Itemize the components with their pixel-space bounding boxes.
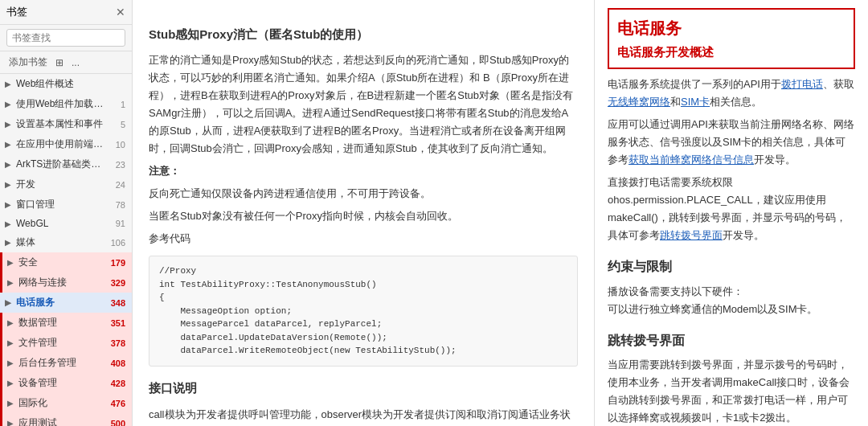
- right-para1-text1: 电话服务系统提供了一系列的API用于: [608, 78, 781, 90]
- right-link3[interactable]: SIM卡: [681, 96, 710, 108]
- arrow-icon-6: ▶: [5, 200, 13, 209]
- right-link2[interactable]: 无线蜂窝网络: [608, 96, 670, 108]
- expand-button[interactable]: ⊞: [53, 56, 66, 69]
- sidebar-item-label-4: ArkTS进阶基础类概述: [16, 158, 106, 171]
- arrow-icon-3: ▶: [5, 140, 13, 149]
- sidebar-item-1[interactable]: ▶使用Web组件加载页面1: [0, 94, 132, 114]
- sidebar-search-area: [0, 25, 132, 51]
- sidebar-search-input[interactable]: [6, 29, 125, 47]
- sidebar-toolbar: 添加书签 ⊞ ...: [0, 51, 132, 74]
- sidebar-item-count-4: 23: [109, 160, 125, 170]
- sidebar-item-label-6: 窗口管理: [16, 198, 106, 211]
- right-link1[interactable]: 拨打电话: [781, 78, 823, 90]
- arrow-icon-0: ▶: [5, 80, 13, 88]
- sidebar-item-count-10: 329: [109, 278, 125, 288]
- stub-heading: Stub感知Proxy消亡（匿名Stub的使用）: [149, 24, 578, 45]
- sidebar-item-8[interactable]: ▶媒体106: [0, 232, 132, 252]
- sidebar-item-label-9: 安全: [18, 256, 106, 269]
- constraint-text: 播放设备需要支持以下硬件：: [608, 283, 855, 301]
- arrow-icon-2: ▶: [5, 120, 13, 129]
- sidebar-item-count-9: 179: [109, 258, 125, 268]
- sidebar-item-12[interactable]: ▶数据管理351: [0, 313, 132, 333]
- sidebar-item-label-2: 设置基本属性和事件: [16, 117, 106, 131]
- more-options-button[interactable]: ...: [69, 56, 82, 69]
- sidebar-item-label-14: 后台任务管理: [18, 356, 106, 370]
- arrow-icon-16: ▶: [7, 399, 15, 408]
- sidebar-item-count-15: 428: [109, 379, 125, 388]
- right-para2: 应用可以通过调用API来获取当前注册网络名称、网络服务状态、信号强度以及SIM卡…: [608, 116, 855, 169]
- sidebar-item-3[interactable]: ▶在应用中使用前端页面JavaSc ript10: [0, 134, 132, 154]
- sidebar-item-label-17: 应用测试: [18, 416, 106, 426]
- sidebar-item-label-11: 电话服务: [16, 296, 106, 309]
- section2-para: 当应用需要跳转到拨号界面，并显示拨号的号码时，使用本业务，当开发者调用makeC…: [608, 356, 855, 426]
- sidebar-item-15[interactable]: ▶设备管理428: [0, 373, 132, 393]
- sidebar-item-count-3: 10: [109, 140, 125, 150]
- sidebar-item-4[interactable]: ▶ArkTS进阶基础类概述23: [0, 154, 132, 174]
- sidebar-item-count-14: 408: [109, 358, 125, 368]
- sidebar-item-count-1: 1: [109, 100, 125, 109]
- arrow-icon-14: ▶: [7, 358, 15, 367]
- sidebar-item-11[interactable]: ▶电话服务348: [0, 293, 132, 313]
- sidebar-item-9[interactable]: ▶安全179: [0, 252, 132, 272]
- sidebar-item-2[interactable]: ▶设置基本属性和事件5: [0, 114, 132, 134]
- section2-heading: 跳转拨号界面: [608, 330, 855, 351]
- right-panel: 电话服务 电话服务开发概述 电话服务系统提供了一系列的API用于拨打电话、获取无…: [595, 0, 868, 426]
- right-para1-text3: 和: [670, 96, 681, 108]
- sidebar-item-label-0: Web组件概述: [16, 77, 106, 91]
- sidebar-title: 书签: [6, 5, 27, 19]
- sidebar-item-count-8: 106: [109, 238, 125, 248]
- arrow-icon-9: ▶: [7, 258, 15, 267]
- sidebar-item-label-10: 网络与连接: [18, 276, 106, 289]
- arrow-icon-15: ▶: [7, 379, 15, 387]
- right-title-box: 电话服务 电话服务开发概述: [608, 8, 855, 69]
- right-link4[interactable]: 获取当前蜂窝网络信号信息: [628, 154, 754, 166]
- note2: 当匿名Stub对象没有被任何一个Proxy指向时候，内核会自动回收。: [149, 207, 578, 225]
- sidebar-item-label-16: 国际化: [18, 396, 106, 410]
- sidebar-item-count-11: 348: [109, 298, 125, 308]
- arrow-icon-8: ▶: [5, 238, 13, 247]
- interface-heading: 接口说明: [149, 378, 578, 399]
- note1: 反向死亡通知仅限设备内跨进程通信使用，不可用于跨设备。: [149, 185, 578, 203]
- sidebar-item-17[interactable]: ▶应用测试500: [0, 413, 132, 426]
- sidebar-item-6[interactable]: ▶窗口管理78: [0, 195, 132, 215]
- sidebar-item-label-3: 在应用中使用前端页面JavaSc ript: [16, 137, 106, 151]
- arrow-icon-10: ▶: [7, 278, 15, 287]
- sidebar-item-label-8: 媒体: [16, 236, 106, 249]
- sidebar-item-14[interactable]: ▶后台任务管理408: [0, 353, 132, 373]
- arrow-icon-11: ▶: [5, 298, 13, 307]
- sidebar-item-count-13: 378: [109, 338, 125, 348]
- sidebar-item-label-12: 数据管理: [18, 316, 106, 330]
- sidebar-item-count-7: 91: [109, 219, 125, 228]
- sidebar-item-label-7: WebGL: [16, 218, 106, 229]
- sidebar-item-13[interactable]: ▶文件管理378: [0, 333, 132, 353]
- sidebar: 书签 ✕ 添加书签 ⊞ ... ▶Web组件概述▶使用Web组件加载页面1▶设置…: [0, 0, 133, 426]
- stub-para1: 正常的消亡通知是Proxy感知Stub的状态，若想达到反向的死消亡通知，即Stu…: [149, 51, 578, 158]
- sidebar-item-7[interactable]: ▶WebGL91: [0, 215, 132, 232]
- sidebar-item-10[interactable]: ▶网络与连接329: [0, 272, 132, 293]
- sidebar-item-count-5: 24: [109, 180, 125, 190]
- arrow-icon-13: ▶: [7, 338, 15, 347]
- right-link5[interactable]: 跳转拨号界面: [660, 229, 723, 241]
- sidebar-item-count-16: 476: [109, 399, 125, 408]
- constraint-heading: 约束与限制: [608, 256, 855, 277]
- sidebar-close-button[interactable]: ✕: [116, 6, 125, 18]
- arrow-icon-12: ▶: [7, 318, 15, 327]
- sidebar-item-label-13: 文件管理: [18, 336, 106, 350]
- sidebar-item-0[interactable]: ▶Web组件概述: [0, 74, 132, 94]
- sidebar-item-16[interactable]: ▶国际化476: [0, 393, 132, 413]
- sidebar-item-5[interactable]: ▶开发24: [0, 174, 132, 195]
- right-para3: 直接拨打电话需要系统权限ohos.permission.PLACE_CALL，建…: [608, 174, 855, 244]
- add-bookmark-button[interactable]: 添加书签: [6, 55, 50, 70]
- interface-desc: call模块为开发者提供呼叫管理功能，observer模块为开发者提供订阅和取消…: [149, 406, 578, 426]
- sidebar-item-label-5: 开发: [16, 178, 106, 191]
- constraint-detail: 可以进行独立蜂窝通信的Modem以及SIM卡。: [608, 301, 855, 318]
- right-title-main: 电话服务: [617, 14, 845, 42]
- sidebar-item-count-2: 5: [109, 120, 125, 129]
- right-para1-text4: 相关信息。: [710, 96, 762, 108]
- code-block-1: //Proxy int TestAbilityProxy::TestAnonym…: [149, 256, 578, 367]
- sidebar-item-label-15: 设备管理: [18, 376, 106, 390]
- main-content: Stub感知Proxy消亡（匿名Stub的使用） 正常的消亡通知是Proxy感知…: [133, 0, 868, 426]
- right-title-sub: 电话服务开发概述: [617, 42, 845, 63]
- sidebar-header: 书签 ✕: [0, 0, 132, 25]
- right-para1: 电话服务系统提供了一系列的API用于拨打电话、获取无线蜂窝网络和SIM卡相关信息…: [608, 76, 855, 111]
